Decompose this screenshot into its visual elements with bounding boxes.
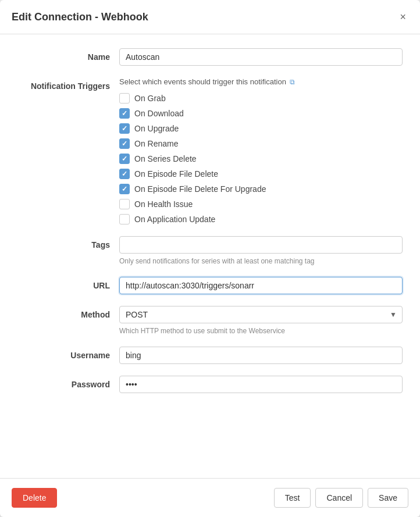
modal-title: Edit Connection - Webhook xyxy=(12,11,148,23)
checkbox-on_application_update[interactable] xyxy=(119,214,130,224)
modal-container: Edit Connection - Webhook × Name Notific… xyxy=(0,0,420,517)
trigger-item-on_download[interactable]: On Download xyxy=(119,108,403,119)
trigger-item-on_episode_file_delete_for_upgrade[interactable]: On Episode File Delete For Upgrade xyxy=(119,184,403,194)
method-row: Method POSTPUTGET ▼ Which HTTP method to… xyxy=(17,306,403,335)
checkbox-on_download[interactable] xyxy=(119,108,130,119)
username-row: Username xyxy=(17,347,403,364)
method-select-wrapper: POSTPUTGET ▼ xyxy=(119,306,403,323)
cancel-button[interactable]: Cancel xyxy=(315,488,363,508)
name-input[interactable] xyxy=(119,48,403,66)
notification-desc: Select which events should trigger this … xyxy=(119,77,403,86)
notification-triggers-label: Notification Triggers xyxy=(17,77,119,91)
url-row: URL xyxy=(17,277,403,294)
notification-triggers-content: Select which events should trigger this … xyxy=(119,77,403,224)
method-label: Method xyxy=(17,306,119,319)
save-button[interactable]: Save xyxy=(368,488,408,508)
checkbox-on_health_issue[interactable] xyxy=(119,199,130,209)
test-button[interactable]: Test xyxy=(274,488,311,508)
checkbox-on_rename[interactable] xyxy=(119,138,130,149)
close-button[interactable]: × xyxy=(397,9,408,24)
checkbox-on_upgrade[interactable] xyxy=(119,123,130,134)
checkbox-label-on_rename: On Rename xyxy=(134,139,178,148)
checkbox-label-on_download: On Download xyxy=(134,109,184,118)
trigger-item-on_health_issue[interactable]: On Health Issue xyxy=(119,199,403,209)
password-label: Password xyxy=(17,376,119,389)
name-content xyxy=(119,48,403,66)
checkbox-label-on_grab: On Grab xyxy=(134,94,166,103)
external-link-icon[interactable]: ⧉ xyxy=(290,78,295,86)
notification-triggers-row: Notification Triggers Select which event… xyxy=(17,77,403,224)
checkbox-label-on_upgrade: On Upgrade xyxy=(134,124,179,133)
password-row: Password xyxy=(17,376,403,393)
tags-input[interactable] xyxy=(119,236,403,254)
footer-right: Test Cancel Save xyxy=(274,488,408,508)
tags-hint: Only send notifications for series with … xyxy=(119,257,403,265)
tags-content: Only send notifications for series with … xyxy=(119,236,403,265)
tags-row: Tags Only send notifications for series … xyxy=(17,236,403,265)
url-input[interactable] xyxy=(119,277,403,294)
username-content xyxy=(119,347,403,364)
checkbox-label-on_series_delete: On Series Delete xyxy=(134,154,197,163)
trigger-item-on_grab[interactable]: On Grab xyxy=(119,93,403,104)
username-label: Username xyxy=(17,347,119,360)
checkbox-label-on_episode_file_delete_for_upgrade: On Episode File Delete For Upgrade xyxy=(134,184,266,194)
tags-label: Tags xyxy=(17,236,119,249)
delete-button[interactable]: Delete xyxy=(12,488,57,508)
checkbox-on_grab[interactable] xyxy=(119,93,130,104)
url-content xyxy=(119,277,403,294)
trigger-item-on_upgrade[interactable]: On Upgrade xyxy=(119,123,403,134)
checkbox-label-on_health_issue: On Health Issue xyxy=(134,199,193,209)
modal-footer: Delete Test Cancel Save xyxy=(0,478,420,517)
checkbox-on_episode_file_delete_for_upgrade[interactable] xyxy=(119,184,130,194)
name-label: Name xyxy=(17,48,119,62)
method-select[interactable]: POSTPUTGET xyxy=(119,306,403,323)
password-content xyxy=(119,376,403,393)
trigger-item-on_rename[interactable]: On Rename xyxy=(119,138,403,149)
trigger-item-on_series_delete[interactable]: On Series Delete xyxy=(119,154,403,164)
checkbox-label-on_application_update: On Application Update xyxy=(134,215,215,224)
checkbox-on_episode_file_delete[interactable] xyxy=(119,169,130,179)
checkbox-on_series_delete[interactable] xyxy=(119,154,130,164)
checkbox-label-on_episode_file_delete: On Episode File Delete xyxy=(134,169,218,179)
trigger-item-on_application_update[interactable]: On Application Update xyxy=(119,214,403,224)
name-row: Name xyxy=(17,48,403,66)
password-input[interactable] xyxy=(119,376,403,393)
method-hint: Which HTTP method to use submit to the W… xyxy=(119,327,403,335)
username-input[interactable] xyxy=(119,347,403,364)
modal-header: Edit Connection - Webhook × xyxy=(0,0,420,34)
method-content: POSTPUTGET ▼ Which HTTP method to use su… xyxy=(119,306,403,335)
triggers-list: On GrabOn DownloadOn UpgradeOn RenameOn … xyxy=(119,93,403,224)
trigger-item-on_episode_file_delete[interactable]: On Episode File Delete xyxy=(119,169,403,179)
modal-body: Name Notification Triggers Select which … xyxy=(0,34,420,478)
url-label: URL xyxy=(17,277,119,290)
